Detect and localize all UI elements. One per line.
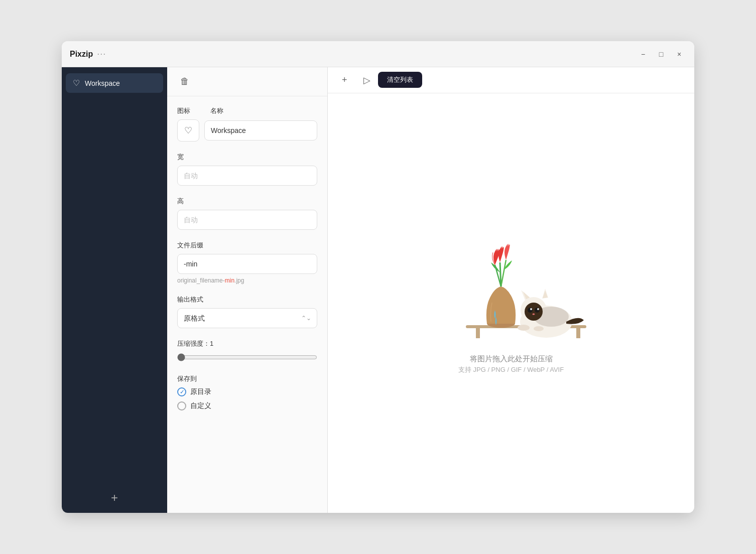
width-input[interactable] [177, 166, 317, 186]
compression-label-text: 压缩强度： [177, 340, 210, 347]
drop-instruction-main: 将图片拖入此处开始压缩 支持 JPG / PNG / GIF / WebP / … [458, 352, 564, 374]
svg-point-21 [534, 307, 569, 327]
main-content: ♡ Workspace + 🗑 图标 名称 [62, 67, 694, 513]
width-label: 宽 [177, 153, 317, 162]
format-select-wrapper: 原格式 JPG PNG WebP AVIF ⌃⌄ [177, 308, 317, 328]
save-to-group: 保存到 ✓ 原目录 自定义 [177, 374, 317, 410]
close-button[interactable]: × [672, 47, 686, 61]
compression-slider[interactable] [177, 353, 317, 361]
format-select[interactable]: 原格式 JPG PNG WebP AVIF [177, 308, 317, 328]
title-bar-left: Pixzip ··· [70, 49, 106, 59]
save-to-custom-label: 自定义 [190, 401, 211, 410]
save-to-custom[interactable]: 自定义 [177, 401, 317, 410]
suffix-group: 文件后缀 original_filename-min.jpg [177, 241, 317, 284]
compression-value: 1 [210, 340, 213, 347]
settings-body: 图标 名称 ♡ 宽 高 [167, 96, 327, 513]
add-file-button[interactable]: + [338, 72, 351, 88]
trash-icon: 🗑 [180, 76, 189, 86]
compression-group: 压缩强度：1 [177, 339, 317, 363]
sidebar-bottom: + [66, 483, 163, 507]
drop-content: 将图片拖入此处开始压缩 支持 JPG / PNG / GIF / WebP / … [328, 93, 694, 513]
svg-point-19 [518, 325, 530, 331]
minimize-button[interactable]: − [636, 47, 650, 61]
icon-name-group: 图标 名称 ♡ [177, 106, 317, 142]
sidebar-item-workspace[interactable]: ♡ Workspace [66, 73, 163, 93]
svg-point-14 [528, 308, 533, 313]
save-to-label: 保存到 [177, 374, 317, 383]
suffix-preview-suffix: .jpg [234, 277, 244, 284]
icon-name-row: ♡ [177, 119, 317, 142]
workspace-icon-picker[interactable]: ♡ [177, 119, 199, 142]
workspace-heart-icon: ♡ [184, 125, 192, 136]
save-to-original-label: 原目录 [190, 387, 211, 396]
svg-rect-2 [576, 328, 580, 338]
start-button[interactable]: ▷ [359, 72, 374, 88]
save-to-original[interactable]: ✓ 原目录 [177, 387, 317, 396]
app-title: Pixzip [70, 50, 93, 59]
maximize-button[interactable]: □ [654, 47, 668, 61]
svg-rect-1 [476, 328, 480, 338]
icon-name-header: 图标 名称 [177, 106, 317, 115]
window-controls: − □ × [636, 47, 686, 61]
format-label: 输出格式 [177, 295, 317, 304]
height-group: 高 [177, 197, 317, 230]
drop-text-main: 将图片拖入此处开始压缩 [458, 352, 564, 365]
more-button[interactable]: ··· [97, 49, 106, 59]
name-column-label: 名称 [210, 106, 223, 115]
workspace-name-input[interactable] [204, 120, 317, 141]
suffix-input[interactable] [177, 254, 317, 274]
height-label: 高 [177, 197, 317, 206]
drop-illustration [436, 232, 586, 343]
format-group: 输出格式 原格式 JPG PNG WebP AVIF ⌃⌄ [177, 295, 317, 328]
clear-list-button[interactable]: 清空列表 [378, 72, 422, 88]
delete-button[interactable]: 🗑 [177, 74, 192, 89]
svg-point-20 [534, 326, 544, 331]
height-input[interactable] [177, 210, 317, 230]
settings-toolbar: 🗑 [167, 67, 327, 96]
sidebar-item-label: Workspace [85, 79, 120, 87]
workspace-icon: ♡ [73, 78, 80, 88]
save-to-radio-group: ✓ 原目录 自定义 [177, 387, 317, 410]
radio-checked-icon: ✓ [177, 387, 186, 396]
svg-point-16 [530, 308, 532, 310]
app-window: Pixzip ··· − □ × ♡ Workspace + 🗑 [62, 41, 694, 513]
checkmark-icon: ✓ [180, 389, 184, 395]
drop-area: + ▷ ◇ 清空列表 [328, 67, 694, 513]
suffix-label: 文件后缀 [177, 241, 317, 250]
sidebar: ♡ Workspace + [62, 67, 167, 513]
width-group: 宽 [177, 153, 317, 186]
settings-panel: 🗑 图标 名称 ♡ [167, 67, 328, 513]
drop-toolbar: + ▷ ◇ 清空列表 [328, 67, 694, 93]
compression-label: 压缩强度：1 [177, 339, 317, 348]
drop-text-sub: 支持 JPG / PNG / GIF / WebP / AVIF [458, 365, 564, 374]
title-bar: Pixzip ··· − □ × [62, 41, 694, 67]
radio-unchecked-icon [177, 401, 186, 410]
suffix-preview: original_filename-min.jpg [177, 277, 317, 284]
add-workspace-button[interactable]: + [105, 489, 124, 507]
icon-column-label: 图标 [177, 106, 190, 115]
suffix-preview-highlight: min [225, 277, 234, 284]
suffix-preview-prefix: original_filename- [177, 277, 225, 284]
svg-line-5 [501, 260, 506, 287]
